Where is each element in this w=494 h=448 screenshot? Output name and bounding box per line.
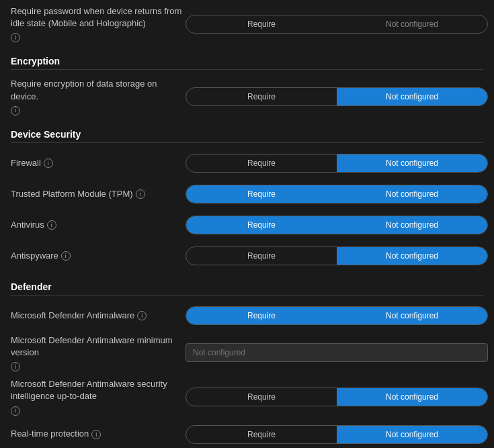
control-group-firewall: RequireNot configured <box>186 154 488 173</box>
section-title-encryption: Encryption <box>11 56 483 70</box>
label-antivirus: Antivirusi <box>11 219 186 231</box>
require-btn-defender-security-intelligence[interactable]: Require <box>186 388 337 406</box>
toggle-pill-defender-antimalware: RequireNot configured <box>186 306 488 325</box>
require-btn-tpm[interactable]: Require <box>186 185 337 203</box>
row-antispyware: AntispywareiRequireNot configured <box>11 244 483 268</box>
row-firewall: FirewalliRequireNot configured <box>11 151 483 175</box>
label-antispyware: Antispywarei <box>11 250 186 262</box>
nc-btn-encrypt-storage[interactable]: Not configured <box>337 88 487 105</box>
nc-btn-antivirus[interactable]: Not configured <box>337 216 487 234</box>
control-group-antivirus: RequireNot configured <box>186 216 488 234</box>
info-icon-antispyware[interactable]: i <box>61 251 71 261</box>
control-group-password-idle: RequireNot configured <box>186 15 488 34</box>
require-btn-encrypt-storage[interactable]: Require <box>186 88 337 105</box>
label-text-defender-antimalware: Microsoft Defender Antimalware <box>11 310 134 322</box>
row-tpm: Trusted Platform Module (TPM)iRequireNot… <box>11 182 483 206</box>
row-realtime-protection: Real-time protectioniRequireNot configur… <box>11 422 483 447</box>
label-text-realtime-protection: Real-time protection <box>11 428 89 440</box>
require-btn-password-idle[interactable]: Require <box>186 15 337 33</box>
info-icon-password-idle[interactable]: i <box>11 33 20 42</box>
row-password-idle: Require password when device returns fro… <box>11 5 483 42</box>
row-encrypt-storage: Require encryption of data storage on de… <box>11 78 483 115</box>
label-text-defender-antimalware-version: Microsoft Defender Antimalware minimum v… <box>11 334 186 359</box>
row-antivirus: AntivirusiRequireNot configured <box>11 213 483 237</box>
text-input-defender-antimalware-version[interactable] <box>186 343 488 362</box>
control-group-defender-antimalware: RequireNot configured <box>186 306 488 325</box>
nc-btn-tpm[interactable]: Not configured <box>337 185 487 203</box>
label-text-defender-security-intelligence: Microsoft Defender Antimalware security … <box>11 378 186 402</box>
require-btn-realtime-protection[interactable]: Require <box>186 426 337 443</box>
info-icon-antivirus[interactable]: i <box>47 220 56 230</box>
label-defender-antimalware-version: Microsoft Defender Antimalware minimum v… <box>11 334 186 371</box>
label-text-antispyware: Antispyware <box>11 250 58 262</box>
main-container: Require password when device returns fro… <box>0 0 494 448</box>
label-text-antivirus: Antivirus <box>11 219 44 231</box>
info-icon-tpm[interactable]: i <box>136 189 145 199</box>
toggle-pill-antispyware: RequireNot configured <box>186 247 488 265</box>
label-defender-security-intelligence: Microsoft Defender Antimalware security … <box>11 378 186 415</box>
toggle-pill-defender-security-intelligence: RequireNot configured <box>186 388 488 406</box>
toggle-pill-firewall: RequireNot configured <box>186 154 488 173</box>
label-encrypt-storage: Require encryption of data storage on de… <box>11 78 186 115</box>
require-btn-antivirus[interactable]: Require <box>186 216 337 234</box>
toggle-pill-password-idle: RequireNot configured <box>186 15 488 34</box>
label-realtime-protection: Real-time protectioni <box>11 428 186 440</box>
info-icon-realtime-protection[interactable]: i <box>91 430 101 439</box>
section-title-defender: Defender <box>11 281 483 296</box>
require-btn-antispyware[interactable]: Require <box>186 247 337 265</box>
control-group-defender-security-intelligence: RequireNot configured <box>186 388 488 406</box>
control-group-tpm: RequireNot configured <box>186 185 488 204</box>
info-icon-encrypt-storage[interactable]: i <box>11 106 20 116</box>
row-defender-antimalware: Microsoft Defender AntimalwareiRequireNo… <box>11 304 483 328</box>
info-icon-defender-antimalware-version[interactable]: i <box>11 362 20 371</box>
nc-btn-password-idle[interactable]: Not configured <box>337 15 487 33</box>
label-text-password-idle: Require password when device returns fro… <box>11 5 186 30</box>
control-group-realtime-protection: RequireNot configured <box>186 425 488 444</box>
label-firewall: Firewalli <box>11 157 186 169</box>
nc-btn-firewall[interactable]: Not configured <box>337 154 487 172</box>
label-password-idle: Require password when device returns fro… <box>11 5 186 42</box>
control-group-defender-antimalware-version <box>186 343 488 362</box>
control-group-encrypt-storage: RequireNot configured <box>186 87 488 106</box>
label-text-firewall: Firewall <box>11 157 41 169</box>
require-btn-defender-antimalware[interactable]: Require <box>186 307 337 324</box>
toggle-pill-realtime-protection: RequireNot configured <box>186 425 488 444</box>
nc-btn-defender-security-intelligence[interactable]: Not configured <box>337 388 487 406</box>
label-text-tpm: Trusted Platform Module (TPM) <box>11 188 133 200</box>
label-tpm: Trusted Platform Module (TPM)i <box>11 188 186 200</box>
toggle-pill-encrypt-storage: RequireNot configured <box>186 87 488 106</box>
label-text-encrypt-storage: Require encryption of data storage on de… <box>11 78 186 102</box>
info-icon-defender-security-intelligence[interactable]: i <box>11 406 20 416</box>
toggle-pill-tpm: RequireNot configured <box>186 185 488 204</box>
require-btn-firewall[interactable]: Require <box>186 154 337 172</box>
row-defender-antimalware-version: Microsoft Defender Antimalware minimum v… <box>11 334 483 371</box>
label-defender-antimalware: Microsoft Defender Antimalwarei <box>11 310 186 322</box>
nc-btn-defender-antimalware[interactable]: Not configured <box>337 307 487 324</box>
info-icon-firewall[interactable]: i <box>44 159 53 168</box>
row-defender-security-intelligence: Microsoft Defender Antimalware security … <box>11 378 483 415</box>
info-icon-defender-antimalware[interactable]: i <box>137 311 147 320</box>
control-group-antispyware: RequireNot configured <box>186 247 488 265</box>
nc-btn-antispyware[interactable]: Not configured <box>337 247 487 265</box>
nc-btn-realtime-protection[interactable]: Not configured <box>337 426 487 443</box>
section-title-device-security: Device Security <box>11 129 483 143</box>
toggle-pill-antivirus: RequireNot configured <box>186 216 488 234</box>
